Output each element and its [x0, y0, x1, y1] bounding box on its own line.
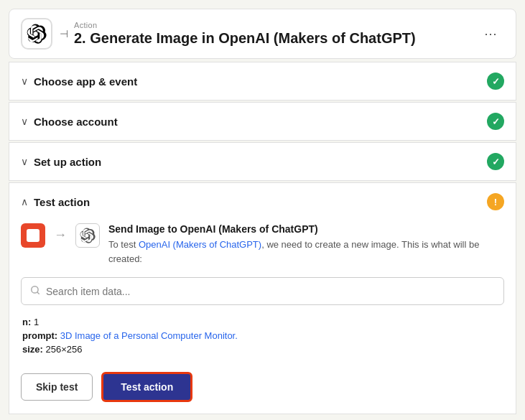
- svg-line-1: [37, 292, 40, 294]
- skip-test-button[interactable]: Skip test: [21, 373, 93, 401]
- header-content: Action 2. Generate Image in OpenAI (Make…: [74, 21, 478, 47]
- setup-action-label: Set up action: [34, 156, 101, 168]
- chevron-down-icon: ∨: [21, 116, 28, 127]
- send-image-text: Send Image to OpenAI (Makers of ChatGPT)…: [108, 223, 504, 266]
- choose-app-label: Choose app & event: [34, 75, 137, 88]
- test-action-header[interactable]: ∧ Test action !: [9, 183, 516, 220]
- field-n: n: 1: [22, 317, 503, 327]
- field-prompt-label: prompt:: [22, 330, 60, 341]
- field-prompt-value: 3D Image of a Personal Computer Monitor.: [60, 330, 238, 341]
- test-action-body: → Send Image to OpenAI (Makers of ChatGP…: [9, 220, 516, 414]
- desc-prefix: To test: [108, 239, 139, 250]
- header-card: ⊣ Action 2. Generate Image in OpenAI (Ma…: [9, 9, 516, 59]
- setup-action-header[interactable]: ∨ Set up action ✓: [9, 143, 516, 180]
- action-title: 2. Generate Image in OpenAI (Makers of C…: [74, 29, 478, 47]
- search-icon: [30, 285, 40, 297]
- chevron-down-icon: ∨: [21, 156, 28, 167]
- data-fields: n: 1 prompt: 3D Image of a Personal Comp…: [21, 314, 504, 360]
- section-choose-app: ∨ Choose app & event ✓: [9, 62, 516, 101]
- step-indicator: ⊣: [60, 28, 68, 39]
- choose-account-label: Choose account: [34, 116, 118, 128]
- field-size-label: size:: [22, 344, 46, 355]
- chevron-down-icon: ∨: [21, 75, 28, 87]
- status-badge-choose-account: ✓: [487, 113, 504, 130]
- choose-app-header[interactable]: ∨ Choose app & event ✓: [9, 62, 516, 100]
- field-size: size: 256×256: [22, 344, 503, 355]
- arrow-icon: →: [54, 228, 67, 243]
- step-icon: ⊣: [60, 28, 68, 39]
- field-prompt: prompt: 3D Image of a Personal Computer …: [22, 330, 503, 341]
- search-input[interactable]: [46, 286, 495, 297]
- field-n-label: n:: [22, 317, 34, 327]
- dest-app-icon: [75, 223, 100, 248]
- send-image-desc: To test OpenAI (Makers of ChatGPT), we n…: [108, 238, 504, 266]
- choose-account-header[interactable]: ∨ Choose account ✓: [9, 103, 516, 140]
- openai-icon: [21, 18, 52, 50]
- buttons-row: Skip test Test action: [21, 372, 504, 402]
- test-action-label: Test action: [34, 196, 90, 208]
- send-image-block: → Send Image to OpenAI (Makers of ChatGP…: [21, 220, 504, 266]
- source-icon-inner: [27, 229, 40, 242]
- field-n-value: 1: [34, 317, 39, 327]
- section-choose-account: ∨ Choose account ✓: [9, 102, 516, 141]
- section-setup-action: ∨ Set up action ✓: [9, 142, 516, 181]
- main-container: ⊣ Action 2. Generate Image in OpenAI (Ma…: [0, 0, 525, 420]
- more-options-button[interactable]: ⋯: [478, 23, 504, 45]
- action-label: Action: [74, 21, 478, 29]
- search-box[interactable]: [21, 277, 504, 305]
- section-test-action: ∧ Test action ! → Send Image to OpenAI (…: [9, 182, 516, 414]
- send-image-title: Send Image to OpenAI (Makers of ChatGPT): [108, 223, 504, 235]
- status-badge-test-action: !: [487, 193, 504, 210]
- source-app-icon: [21, 223, 45, 248]
- status-badge-setup-action: ✓: [487, 153, 504, 170]
- field-size-value: 256×256: [46, 344, 83, 355]
- test-action-button[interactable]: Test action: [101, 372, 192, 402]
- chevron-up-icon: ∧: [21, 196, 28, 207]
- status-badge-choose-app: ✓: [487, 73, 504, 90]
- desc-link[interactable]: OpenAI (Makers of ChatGPT): [139, 239, 261, 250]
